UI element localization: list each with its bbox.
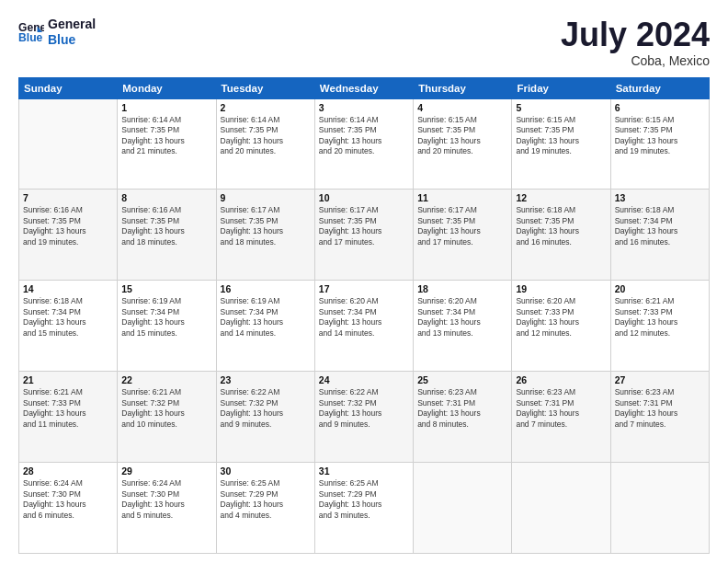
cell-1-1: [19, 98, 118, 190]
col-saturday: Saturday: [610, 77, 709, 98]
header: General Blue General Blue July 2024 Coba…: [18, 17, 710, 68]
cell-info: Sunrise: 6:14 AMSunset: 7:35 PMDaylight:…: [121, 115, 211, 157]
cell-date: 30: [221, 465, 311, 477]
cell-info: Sunrise: 6:17 AMSunset: 7:35 PMDaylight:…: [319, 205, 409, 247]
cell-3-4: 17Sunrise: 6:20 AMSunset: 7:34 PMDayligh…: [314, 281, 413, 372]
cell-info: Sunrise: 6:21 AMSunset: 7:33 PMDaylight:…: [615, 296, 705, 339]
cell-info: Sunrise: 6:20 AMSunset: 7:34 PMDaylight:…: [417, 296, 507, 339]
cell-date: 8: [121, 192, 211, 203]
cell-info: Sunrise: 6:14 AMSunset: 7:35 PMDaylight:…: [319, 115, 409, 157]
cell-info: Sunrise: 6:15 AMSunset: 7:35 PMDaylight:…: [516, 115, 606, 157]
cell-info: Sunrise: 6:22 AMSunset: 7:32 PMDaylight:…: [221, 387, 311, 430]
cell-1-3: 2Sunrise: 6:14 AMSunset: 7:35 PMDaylight…: [216, 98, 314, 190]
cell-info: Sunrise: 6:20 AMSunset: 7:33 PMDaylight:…: [516, 296, 606, 339]
col-friday: Friday: [512, 77, 610, 98]
week-row-1: 1Sunrise: 6:14 AMSunset: 7:35 PMDaylight…: [19, 98, 710, 190]
cell-4-5: 25Sunrise: 6:23 AMSunset: 7:31 PMDayligh…: [414, 372, 512, 463]
cell-3-1: 14Sunrise: 6:18 AMSunset: 7:34 PMDayligh…: [19, 281, 118, 372]
cell-date: 11: [417, 192, 507, 203]
cell-date: 25: [417, 374, 507, 385]
cell-date: 15: [121, 283, 211, 294]
week-row-5: 28Sunrise: 6:24 AMSunset: 7:30 PMDayligh…: [19, 463, 710, 554]
cell-date: 21: [23, 374, 113, 385]
cell-info: Sunrise: 6:23 AMSunset: 7:31 PMDaylight:…: [417, 387, 507, 430]
cell-4-1: 21Sunrise: 6:21 AMSunset: 7:33 PMDayligh…: [19, 372, 118, 463]
col-tuesday: Tuesday: [216, 77, 314, 98]
cell-1-7: 6Sunrise: 6:15 AMSunset: 7:35 PMDaylight…: [610, 98, 709, 190]
cell-date: 16: [221, 283, 311, 294]
cell-3-3: 16Sunrise: 6:19 AMSunset: 7:34 PMDayligh…: [216, 281, 314, 372]
cell-date: 12: [516, 192, 606, 203]
cell-date: 22: [121, 374, 211, 385]
location: Coba, Mexico: [561, 53, 710, 68]
cell-4-3: 23Sunrise: 6:22 AMSunset: 7:32 PMDayligh…: [216, 372, 314, 463]
cell-info: Sunrise: 6:23 AMSunset: 7:31 PMDaylight:…: [516, 387, 606, 430]
cell-date: 19: [516, 283, 606, 294]
cell-date: 17: [319, 283, 409, 294]
logo-icon: General Blue: [18, 19, 44, 45]
cell-2-2: 8Sunrise: 6:16 AMSunset: 7:35 PMDaylight…: [118, 190, 216, 281]
page: General Blue General Blue July 2024 Coba…: [0, 0, 728, 563]
calendar-table: Sunday Monday Tuesday Wednesday Thursday…: [18, 77, 710, 554]
cell-date: 31: [319, 465, 409, 477]
cell-2-7: 13Sunrise: 6:18 AMSunset: 7:34 PMDayligh…: [610, 190, 709, 281]
cell-4-2: 22Sunrise: 6:21 AMSunset: 7:32 PMDayligh…: [118, 372, 216, 463]
cell-date: 1: [121, 102, 211, 113]
cell-4-6: 26Sunrise: 6:23 AMSunset: 7:31 PMDayligh…: [512, 372, 610, 463]
cell-2-4: 10Sunrise: 6:17 AMSunset: 7:35 PMDayligh…: [314, 190, 413, 281]
cell-5-7: [610, 463, 709, 554]
cell-info: Sunrise: 6:25 AMSunset: 7:29 PMDaylight:…: [221, 478, 311, 521]
week-row-3: 14Sunrise: 6:18 AMSunset: 7:34 PMDayligh…: [19, 281, 710, 372]
cell-date: 20: [615, 283, 705, 294]
cell-5-5: [414, 463, 512, 554]
cell-1-5: 4Sunrise: 6:15 AMSunset: 7:35 PMDaylight…: [414, 98, 512, 190]
cell-5-2: 29Sunrise: 6:24 AMSunset: 7:30 PMDayligh…: [118, 463, 216, 554]
cell-5-4: 31Sunrise: 6:25 AMSunset: 7:29 PMDayligh…: [314, 463, 413, 554]
week-row-4: 21Sunrise: 6:21 AMSunset: 7:33 PMDayligh…: [19, 372, 710, 463]
col-wednesday: Wednesday: [314, 77, 413, 98]
cell-date: 14: [23, 283, 113, 294]
cell-date: 2: [221, 102, 311, 113]
cell-2-1: 7Sunrise: 6:16 AMSunset: 7:35 PMDaylight…: [19, 190, 118, 281]
col-monday: Monday: [118, 77, 216, 98]
cell-info: Sunrise: 6:14 AMSunset: 7:35 PMDaylight:…: [221, 115, 311, 157]
cell-2-3: 9Sunrise: 6:17 AMSunset: 7:35 PMDaylight…: [216, 190, 314, 281]
cell-1-6: 5Sunrise: 6:15 AMSunset: 7:35 PMDaylight…: [512, 98, 610, 190]
cell-info: Sunrise: 6:16 AMSunset: 7:35 PMDaylight:…: [23, 205, 113, 247]
cell-date: 13: [615, 192, 705, 203]
svg-text:Blue: Blue: [18, 31, 43, 44]
logo-general: General: [48, 17, 96, 32]
cell-date: 5: [516, 102, 606, 113]
cell-2-6: 12Sunrise: 6:18 AMSunset: 7:35 PMDayligh…: [512, 190, 610, 281]
week-row-2: 7Sunrise: 6:16 AMSunset: 7:35 PMDaylight…: [19, 190, 710, 281]
cell-date: 23: [221, 374, 311, 385]
cell-3-6: 19Sunrise: 6:20 AMSunset: 7:33 PMDayligh…: [512, 281, 610, 372]
cell-info: Sunrise: 6:19 AMSunset: 7:34 PMDaylight:…: [121, 296, 211, 339]
cell-date: 28: [23, 465, 113, 477]
cell-info: Sunrise: 6:20 AMSunset: 7:34 PMDaylight:…: [319, 296, 409, 339]
cell-date: 3: [319, 102, 409, 113]
cell-4-4: 24Sunrise: 6:22 AMSunset: 7:32 PMDayligh…: [314, 372, 413, 463]
title-block: July 2024 Coba, Mexico: [561, 17, 710, 68]
cell-3-7: 20Sunrise: 6:21 AMSunset: 7:33 PMDayligh…: [610, 281, 709, 372]
cell-info: Sunrise: 6:18 AMSunset: 7:35 PMDaylight:…: [516, 205, 606, 247]
logo-blue: Blue: [48, 32, 96, 48]
cell-info: Sunrise: 6:18 AMSunset: 7:34 PMDaylight:…: [23, 296, 113, 339]
month-title: July 2024: [561, 17, 710, 53]
cell-5-3: 30Sunrise: 6:25 AMSunset: 7:29 PMDayligh…: [216, 463, 314, 554]
cell-5-6: [512, 463, 610, 554]
cell-date: 7: [23, 192, 113, 203]
cell-3-5: 18Sunrise: 6:20 AMSunset: 7:34 PMDayligh…: [414, 281, 512, 372]
cell-info: Sunrise: 6:21 AMSunset: 7:33 PMDaylight:…: [23, 387, 113, 430]
col-sunday: Sunday: [19, 77, 118, 98]
cell-date: 4: [417, 102, 507, 113]
cell-info: Sunrise: 6:18 AMSunset: 7:34 PMDaylight:…: [615, 205, 705, 247]
cell-info: Sunrise: 6:22 AMSunset: 7:32 PMDaylight:…: [319, 387, 409, 430]
cell-date: 9: [221, 192, 311, 203]
cell-3-2: 15Sunrise: 6:19 AMSunset: 7:34 PMDayligh…: [118, 281, 216, 372]
cell-info: Sunrise: 6:17 AMSunset: 7:35 PMDaylight:…: [417, 205, 507, 247]
cell-info: Sunrise: 6:23 AMSunset: 7:31 PMDaylight:…: [615, 387, 705, 430]
cell-date: 29: [121, 465, 211, 477]
cell-info: Sunrise: 6:24 AMSunset: 7:30 PMDaylight:…: [23, 478, 113, 521]
cell-info: Sunrise: 6:16 AMSunset: 7:35 PMDaylight:…: [121, 205, 211, 247]
